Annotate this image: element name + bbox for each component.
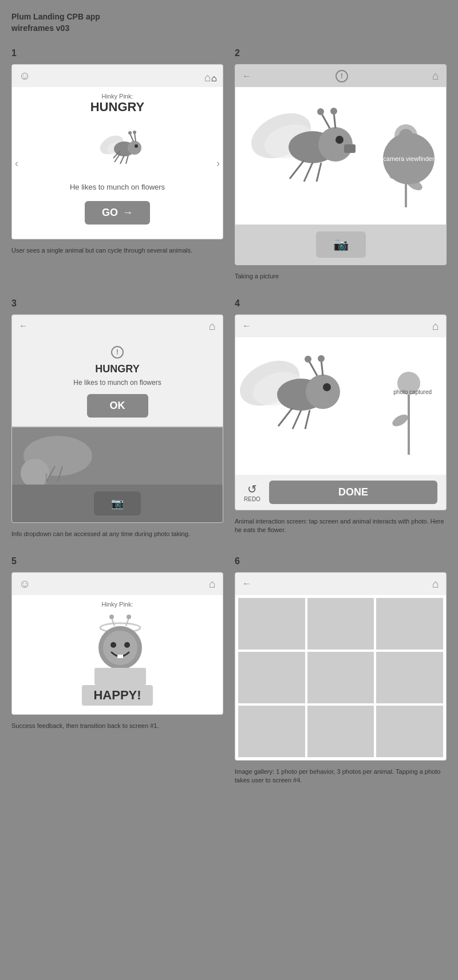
svg-point-53: [103, 631, 137, 665]
s3-footer: 📷: [12, 485, 223, 522]
svg-line-5: [130, 133, 133, 141]
svg-line-21: [334, 112, 335, 128]
screen-frame-3: ← ⌂ ! HUNGRY He likes to munch on flower…: [11, 314, 223, 524]
home-icon-2[interactable]: ⌂: [432, 69, 439, 82]
svg-point-3: [128, 141, 141, 155]
svg-point-8: [133, 131, 136, 134]
home-icon-6[interactable]: ⌂: [432, 577, 439, 591]
s3-info-dropdown: ! HUNGRY He likes to munch on flowers OK: [12, 337, 223, 428]
gallery-cell-9[interactable]: [376, 706, 443, 757]
nav-left-arrow[interactable]: ‹: [15, 157, 18, 169]
svg-line-24: [304, 163, 313, 182]
svg-line-23: [290, 160, 304, 179]
page-header: Plum Landing CPB app wireframes v03: [11, 11, 447, 34]
wireframe-1: 1 ☺ ⌂ ‹ › Hinky Pink: HUNGRY: [11, 48, 223, 281]
home-icon-5[interactable]: ⌂: [209, 577, 216, 591]
svg-rect-56: [117, 655, 123, 658]
gallery-cell-2[interactable]: [307, 598, 374, 650]
svg-line-11: [126, 155, 128, 164]
s6-caption: Image gallery: 1 photo per behavior, 3 p…: [235, 768, 447, 785]
page-title: Plum Landing CPB app wireframes v03: [11, 11, 447, 34]
wireframe-2: 2 ← ! ⌂: [235, 48, 447, 281]
ok-button[interactable]: OK: [87, 394, 148, 418]
svg-point-40: [323, 383, 331, 391]
screen-number-4: 4: [235, 298, 447, 309]
s3-topbar: ← ⌂: [12, 315, 223, 337]
back-icon-4[interactable]: ←: [242, 321, 251, 331]
gallery-cell-5[interactable]: [307, 652, 374, 703]
s4-body[interactable]: photo captured: [235, 337, 446, 475]
screen-frame-6: ← ⌂: [235, 572, 447, 761]
camera-capture-button[interactable]: 📷: [316, 231, 366, 258]
svg-point-6: [128, 131, 132, 135]
screen-frame-1: ☺ ⌂ ‹ › Hinky Pink: HUNGRY: [11, 64, 223, 239]
wireframes-grid: 1 ☺ ⌂ ‹ › Hinky Pink: HUNGRY: [11, 48, 447, 785]
camera-icon-3: 📷: [111, 498, 124, 509]
nav-right-arrow[interactable]: ›: [216, 157, 220, 169]
smiley-icon: ☺: [19, 69, 30, 82]
redo-area[interactable]: ↺ REDO: [244, 482, 260, 502]
svg-line-59: [126, 618, 129, 626]
back-icon-6[interactable]: ←: [242, 578, 251, 589]
gallery-cell-8[interactable]: [307, 706, 374, 757]
s5-subtitle: Hinky Pink:: [23, 601, 211, 608]
back-icon-2[interactable]: ←: [242, 71, 251, 81]
svg-point-42: [305, 356, 311, 363]
s1-title: HUNGRY: [23, 100, 211, 115]
screen-number-2: 2: [235, 48, 447, 58]
gallery-cell-6[interactable]: [376, 652, 443, 703]
gallery-cell-7[interactable]: [238, 706, 305, 757]
screen-frame-4: ← ⌂: [235, 314, 447, 510]
arrow-right-icon: →: [123, 207, 133, 219]
s4-footer: ↺ REDO DONE: [235, 475, 446, 510]
info-icon-2[interactable]: !: [335, 70, 348, 82]
home-icon-3[interactable]: ⌂: [209, 320, 216, 333]
svg-line-57: [112, 618, 114, 626]
wireframe-6: 6 ← ⌂ Image gallery: 1 photo per behav: [235, 556, 447, 785]
s1-caption: User sees a single animal but can cycle …: [11, 246, 223, 255]
s3-bg: [12, 427, 223, 485]
screen-frame-5: ☺ ⌂ Hinky Pink:: [11, 572, 223, 715]
smiley-icon-5: ☺: [19, 577, 30, 591]
s2-footer: 📷: [235, 225, 446, 265]
svg-line-25: [317, 163, 321, 182]
screen-number-1: 1: [11, 48, 223, 58]
happy-robot-illustration: [86, 613, 149, 676]
svg-point-58: [109, 615, 114, 619]
home-icon[interactable]: ⌂: [204, 71, 216, 81]
photo-captured-label: photo captured: [393, 389, 432, 395]
svg-point-4: [135, 144, 138, 148]
done-button[interactable]: DONE: [269, 481, 437, 504]
screen-number-6: 6: [235, 556, 447, 566]
back-icon-3[interactable]: ←: [19, 321, 28, 331]
s3-desc: He likes to munch on flowers: [23, 378, 211, 388]
s3-title: HUNGRY: [23, 363, 211, 375]
camera-button-3[interactable]: 📷: [94, 491, 141, 515]
svg-line-41: [309, 360, 317, 376]
gallery-cell-1[interactable]: [238, 598, 305, 650]
exclaim-icon-3: !: [111, 346, 124, 359]
home-icon-4[interactable]: ⌂: [432, 320, 439, 333]
svg-point-54: [110, 642, 116, 648]
svg-line-19: [321, 113, 330, 128]
svg-line-46: [293, 410, 301, 429]
photo-gallery: [235, 595, 446, 760]
s4-topbar: ← ⌂: [235, 315, 446, 337]
go-button[interactable]: GO →: [85, 201, 150, 225]
wireframe-5: 5 ☺ ⌂ Hinky Pink:: [11, 556, 223, 785]
svg-point-55: [124, 642, 130, 648]
screen-number-3: 3: [11, 298, 223, 309]
wireframe-4: 4 ← ⌂: [235, 298, 447, 539]
s2-caption: Taking a picture: [235, 272, 447, 281]
svg-rect-18: [344, 144, 356, 153]
wireframe-3: 3 ← ⌂ ! HUNGRY He likes to munch on flow…: [11, 298, 223, 539]
svg-point-44: [318, 355, 325, 362]
gallery-cell-4[interactable]: [238, 652, 305, 703]
svg-line-45: [278, 408, 293, 426]
camera-icon: 📷: [333, 237, 349, 251]
s2-body: camera viewfinder: [235, 87, 446, 225]
gallery-cell-3[interactable]: [376, 598, 443, 650]
s1-description: He likes to munch on flowers: [23, 182, 211, 192]
s2-topbar: ← ! ⌂: [235, 65, 446, 87]
svg-line-9: [114, 154, 120, 162]
